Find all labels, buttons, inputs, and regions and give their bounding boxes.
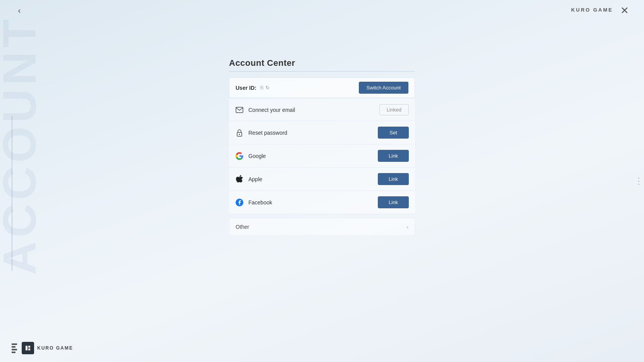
page-watermark: ACCOUNT — [0, 15, 43, 275]
set-password-button[interactable]: Set — [378, 127, 409, 139]
svg-rect-0 — [236, 107, 243, 113]
bar-2 — [12, 346, 15, 348]
google-row-label: Google — [248, 153, 266, 159]
linked-badge: Linked — [379, 104, 409, 115]
link-google-button[interactable]: Link — [378, 150, 409, 162]
bar-3 — [12, 349, 17, 350]
link-facebook-button[interactable]: Link — [378, 196, 409, 208]
other-row[interactable]: Other › — [229, 218, 415, 236]
apple-row-label: Apple — [248, 176, 262, 182]
other-label: Other — [236, 224, 249, 230]
facebook-row: Facebook Link — [229, 191, 415, 214]
password-row: Reset password Set — [229, 121, 415, 144]
top-bar: ‹ ✕ — [0, 0, 644, 21]
apple-row: Apple Link — [229, 168, 415, 191]
copy-icon[interactable]: ⎘ — [260, 85, 263, 91]
bottom-logo-text: KURO GAME — [37, 345, 73, 351]
main-content: Account Center User ID: ⎘ ↻ Switch Accou… — [229, 58, 415, 236]
email-row-left: Connect your email — [235, 106, 295, 114]
apple-icon — [235, 175, 244, 184]
email-row-label: Connect your email — [248, 107, 295, 113]
password-row-label: Reset password — [248, 130, 287, 136]
title-divider — [229, 71, 415, 72]
google-row-left: Google — [235, 152, 266, 160]
close-button[interactable]: ✕ — [617, 3, 632, 19]
svg-point-2 — [239, 134, 240, 135]
facebook-row-left: Facebook — [235, 198, 272, 207]
dot-2 — [638, 180, 639, 182]
facebook-icon — [235, 198, 244, 207]
user-id-row: User ID: ⎘ ↻ Switch Account — [229, 77, 415, 98]
page-title: Account Center — [229, 58, 415, 68]
svg-rect-4 — [24, 344, 32, 352]
apple-row-left: Apple — [235, 175, 262, 184]
left-sidebar-line — [12, 116, 12, 271]
password-row-left: Reset password — [235, 129, 287, 137]
right-dots — [638, 177, 639, 185]
back-button[interactable]: ‹ — [12, 3, 27, 19]
facebook-row-label: Facebook — [248, 199, 272, 206]
dot-1 — [638, 177, 639, 178]
refresh-icon[interactable]: ↻ — [265, 85, 270, 91]
user-id-icons: ⎘ ↻ — [260, 85, 270, 91]
email-row: Connect your email Linked — [229, 99, 415, 121]
lock-icon — [235, 129, 244, 137]
logo-icon — [22, 342, 34, 354]
bar-4 — [12, 352, 15, 353]
chevron-right-icon: › — [406, 224, 408, 230]
user-id-label: User ID: — [236, 85, 257, 91]
bottom-logo: KURO GAME — [12, 342, 73, 354]
bar-1 — [12, 343, 17, 345]
google-row: Google Link — [229, 144, 415, 168]
google-icon — [235, 152, 244, 160]
user-id-left: User ID: ⎘ ↻ — [236, 85, 270, 91]
logo-bars — [12, 343, 17, 353]
email-icon — [235, 106, 244, 114]
switch-account-button[interactable]: Switch Account — [359, 82, 408, 94]
dot-3 — [638, 184, 639, 185]
link-apple-button[interactable]: Link — [378, 173, 409, 185]
